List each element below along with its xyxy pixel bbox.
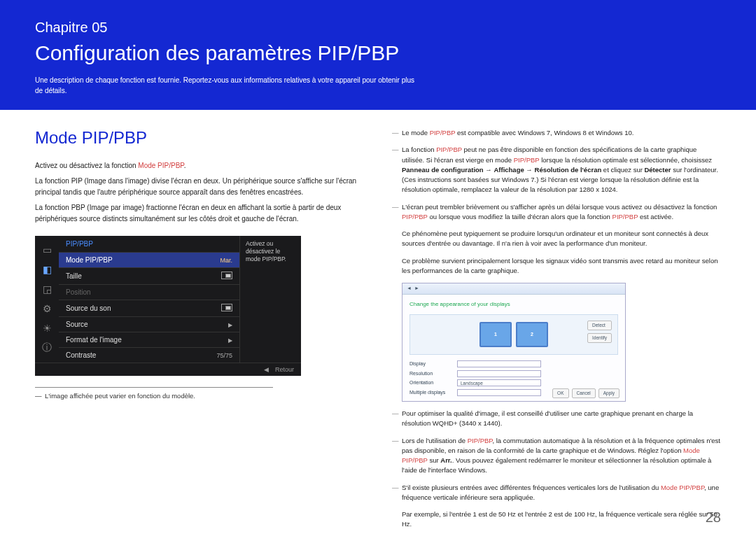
monitor-2[interactable]: 2 [516, 322, 548, 347]
osd-row-value [221, 272, 232, 281]
win-setting-label: Display [410, 360, 451, 368]
back-arrow-icon[interactable]: ◀ [264, 366, 269, 373]
panel-heading: Change the appearance of your displays [410, 300, 618, 309]
settings-icon[interactable]: ⚙ [35, 299, 59, 318]
osd-row-6[interactable]: Contraste75/75 [59, 347, 239, 363]
osd-row-label: Taille [66, 272, 82, 280]
note-flicker-sub1: Ce phénomène peut typiquement se produir… [392, 229, 721, 249]
osd-row-4[interactable]: Source▶ [59, 316, 239, 332]
back-icon[interactable]: ◄ [407, 285, 412, 293]
fwd-icon[interactable]: ► [414, 285, 419, 293]
osd-row-label: Position [66, 288, 91, 296]
ok-button[interactable]: OK [552, 388, 568, 398]
back-label[interactable]: Retour [275, 366, 294, 373]
win-setting-row-2: OrientationLandscape [410, 379, 618, 387]
windows-display-panel: ◄ ► Change the appearance of your displa… [402, 283, 626, 402]
monitor-1[interactable]: 1 [479, 322, 512, 347]
right-column: Le mode PIP/PBP est compatible avec Wind… [392, 128, 721, 534]
identify-button[interactable]: Identify [587, 333, 612, 343]
display-icon[interactable]: ◲ [35, 279, 59, 299]
osd-footer: ◀ Retour [35, 363, 301, 376]
apply-button[interactable]: Apply [598, 388, 620, 398]
osd-row-3[interactable]: Source du son [59, 300, 239, 316]
osd-row-label: Contraste [66, 351, 96, 359]
footnote: ―L'image affichée peut varier en fonctio… [35, 392, 364, 400]
osd-row-value: 75/75 [216, 352, 232, 359]
page-header: Chapitre 05 Configuration des paramètres… [0, 0, 756, 110]
win-setting-label: Orientation [410, 379, 451, 387]
osd-row-0[interactable]: Mode PIP/PBPMar. [59, 252, 239, 267]
header-description: Une description de chaque fonction est f… [35, 75, 420, 96]
osd-menu: ▭ ◧ ◲ ⚙ ☀ ⓘ PIP/PBP Mode PIP/PBPMar.Tail… [35, 236, 301, 363]
osd-sidebar: ▭ ◧ ◲ ⚙ ☀ ⓘ [35, 236, 59, 363]
note-auto-switch: Lors de l'utilisation de PIP/PBP, la com… [392, 436, 721, 476]
win-setting-row-1: Resolution [410, 370, 618, 378]
note-flicker: L'écran peut trembler brièvement ou s'af… [392, 202, 721, 223]
cancel-button[interactable]: Cancel [572, 388, 596, 398]
info-icon[interactable]: ⓘ [35, 338, 59, 358]
intro-paragraph-2: La fonction PIP (Image dans l'image) div… [35, 176, 364, 198]
system-icon[interactable]: ☀ [35, 318, 59, 338]
osd-title: PIP/PBP [59, 236, 239, 252]
monitor-icon[interactable]: ▭ [35, 240, 59, 260]
note-compat: Le mode PIP/PBP est compatible avec Wind… [392, 128, 721, 138]
intro-paragraph-3: La fonction PBP (Image par image) fracti… [35, 202, 364, 225]
osd-row-label: Source du son [66, 304, 111, 312]
divider [35, 387, 273, 388]
osd-row-label: Source [66, 321, 88, 328]
page-number: 28 [706, 510, 721, 526]
osd-row-1[interactable]: Taille [59, 267, 239, 284]
osd-row-2[interactable]: Position [59, 284, 239, 300]
win-setting-select[interactable]: Landscape [457, 379, 541, 386]
osd-row-value: Mar. [220, 257, 232, 264]
win-setting-label: Multiple displays [410, 389, 451, 397]
osd-row-label: Format de l'image [66, 336, 122, 344]
win-setting-select[interactable] [457, 389, 541, 396]
detect-button[interactable]: Detect [587, 321, 612, 330]
osd-help-text: Activez ou désactivez le mode PIP/PBP. [239, 236, 301, 363]
osd-main: PIP/PBP Mode PIP/PBPMar.TaillePositionSo… [59, 236, 239, 363]
pip-icon[interactable]: ◧ [35, 260, 59, 279]
note-optimize: Pour optimiser la qualité d'image, il es… [392, 409, 721, 429]
win-setting-select[interactable] [457, 360, 541, 367]
display-arrangement[interactable]: 1 2 Detect Identify [410, 314, 618, 355]
note-flicker-sub2: Ce problème survient principalement lors… [392, 256, 721, 276]
window-titlebar: ◄ ► [402, 283, 625, 295]
win-setting-row-0: Display [410, 360, 618, 368]
note-availability: La fonction PIP/PBP peut ne pas être dis… [392, 145, 721, 195]
osd-row-label: Mode PIP/PBP [66, 256, 113, 264]
osd-row-value: ▶ [228, 321, 232, 328]
osd-row-5[interactable]: Format de l'image▶ [59, 332, 239, 347]
win-setting-label: Resolution [410, 370, 451, 378]
osd-row-value: ▶ [228, 337, 232, 344]
win-setting-select[interactable] [457, 370, 541, 377]
chapter-label: Chapitre 05 [35, 20, 721, 36]
page-title: Configuration des paramètres PIP/PBP [35, 41, 721, 65]
intro-paragraph-1: Activez ou désactivez la fonction Mode P… [35, 160, 364, 171]
note-vfreq: S'il existe plusieurs entrées avec diffé… [392, 483, 721, 503]
section-title: Mode PIP/PBP [35, 128, 364, 148]
note-vfreq-example: Par exemple, si l'entrée 1 est de 50 Hz … [392, 510, 721, 530]
left-column: Mode PIP/PBP Activez ou désactivez la fo… [35, 128, 364, 534]
osd-row-value [221, 304, 232, 313]
